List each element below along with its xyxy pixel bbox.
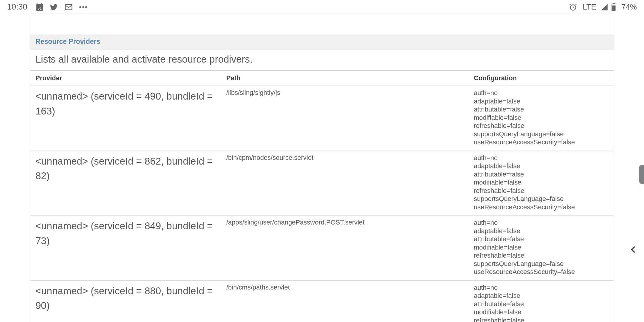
config-line: supportsQueryLanguage=false: [474, 130, 609, 138]
config-line: adaptable=false: [474, 162, 609, 170]
config-line: auth=no: [474, 89, 609, 97]
col-path: Path: [221, 71, 468, 86]
config-cell: auth=noadaptable=falseattributable=false…: [468, 86, 614, 151]
providers-table: Provider Path Configuration <unnamed> (s…: [30, 71, 614, 322]
config-line: attributable=false: [474, 235, 609, 243]
network-label: LTE: [583, 2, 596, 12]
status-clock: 10:30: [7, 2, 27, 12]
more-icon: [79, 3, 89, 12]
config-line: modifiable=false: [474, 114, 609, 122]
svg-point-6: [79, 6, 81, 8]
svg-rect-13: [612, 5, 615, 11]
config-cell: auth=noadaptable=falseattributable=false…: [468, 280, 614, 322]
config-line: refreshable=false: [474, 251, 609, 260]
config-line: modifiable=false: [474, 308, 609, 316]
config-line: attributable=false: [474, 105, 609, 114]
config-cell: auth=noadaptable=falseattributable=false…: [468, 151, 614, 216]
svg-rect-1: [36, 4, 43, 6]
config-line: auth=no: [474, 154, 609, 162]
config-line: modifiable=false: [474, 178, 609, 187]
panel-description: Lists all available and activate resourc…: [30, 49, 614, 71]
chevron-left-icon[interactable]: [628, 244, 638, 256]
config-line: adaptable=false: [474, 227, 609, 235]
svg-text:31: 31: [38, 6, 42, 10]
config-line: attributable=false: [474, 300, 609, 308]
table-row: <unnamed> (serviceId = 862, bundleId = 8…: [30, 151, 614, 216]
config-line: adaptable=false: [474, 97, 609, 106]
svg-rect-3: [41, 3, 42, 5]
panel-blank-area: [30, 13, 614, 34]
scrollbar-thumb[interactable]: [639, 165, 644, 184]
signal-icon: [600, 3, 608, 11]
config-line: useResourceAccessSecurity=false: [474, 138, 609, 146]
config-line: supportsQueryLanguage=false: [474, 260, 609, 268]
mail-icon: [64, 3, 73, 12]
content-wrap: Resource Providers Lists all available a…: [0, 13, 644, 322]
config-line: useResourceAccessSecurity=false: [474, 268, 609, 276]
table-row: <unnamed> (serviceId = 490, bundleId = 1…: [30, 86, 614, 151]
svg-point-8: [85, 6, 87, 8]
table-row: <unnamed> (serviceId = 849, bundleId = 7…: [30, 216, 614, 281]
svg-point-7: [82, 6, 84, 8]
config-cell: auth=noadaptable=falseattributable=false…: [468, 216, 614, 281]
config-line: supportsQueryLanguage=false: [474, 195, 609, 203]
status-right: LTE 74%: [569, 2, 637, 12]
config-line: auth=no: [474, 219, 609, 227]
col-provider: Provider: [30, 71, 221, 86]
svg-rect-2: [37, 3, 38, 5]
battery-icon: [611, 3, 617, 11]
table-header-row: Provider Path Configuration: [30, 71, 614, 86]
config-line: modifiable=false: [474, 243, 609, 252]
battery-percent: 74%: [621, 2, 637, 12]
config-line: attributable=false: [474, 170, 609, 179]
path-cell: /bin/cms/paths.servlet: [221, 280, 468, 322]
providers-panel: Resource Providers Lists all available a…: [30, 13, 614, 322]
path-cell: /bin/cpm/nodes/source.servlet: [221, 151, 468, 216]
status-left: 10:30 31: [7, 2, 89, 12]
provider-cell: <unnamed> (serviceId = 849, bundleId = 7…: [30, 216, 221, 281]
twitter-icon: [49, 3, 58, 12]
config-line: auth=no: [474, 284, 609, 292]
provider-cell: <unnamed> (serviceId = 490, bundleId = 1…: [30, 86, 221, 151]
config-line: refreshable=false: [474, 187, 609, 195]
calendar-icon: 31: [35, 3, 44, 12]
provider-cell: <unnamed> (serviceId = 880, bundleId = 9…: [30, 280, 221, 322]
panel-section-title: Resource Providers: [30, 34, 614, 49]
provider-cell: <unnamed> (serviceId = 862, bundleId = 8…: [30, 151, 221, 216]
col-config: Configuration: [468, 71, 614, 86]
config-line: refreshable=false: [474, 316, 609, 322]
svg-rect-9: [88, 6, 88, 8]
table-row: <unnamed> (serviceId = 880, bundleId = 9…: [30, 280, 614, 322]
android-status-bar: 10:30 31 LTE 74%: [0, 0, 644, 13]
path-cell: /apps/sling/user/changePassword.POST.ser…: [221, 216, 468, 281]
path-cell: /libs/sling/sightly/js: [221, 86, 468, 151]
config-line: adaptable=false: [474, 292, 609, 300]
config-line: useResourceAccessSecurity=false: [474, 203, 609, 211]
config-line: refreshable=false: [474, 122, 609, 130]
alarm-icon: [569, 3, 577, 11]
